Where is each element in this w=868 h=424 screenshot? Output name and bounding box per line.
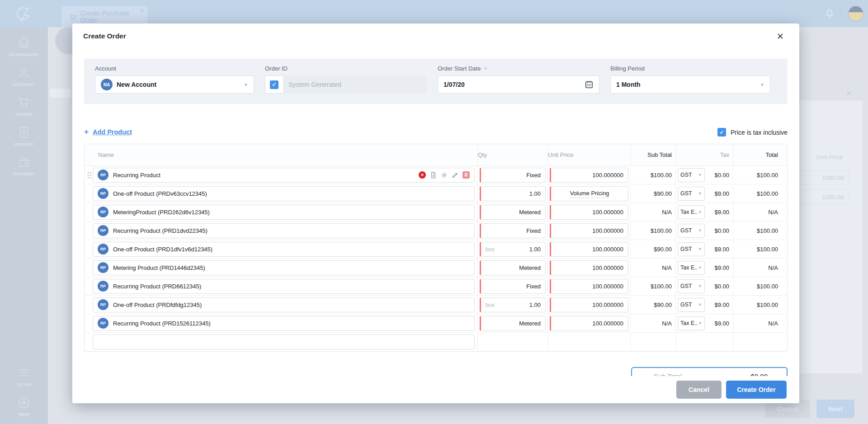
tax-select[interactable]: GST ▼ (678, 168, 705, 182)
unit-price-input[interactable]: 100.000000 (550, 279, 628, 294)
background-unit-price-label: Unit Price (816, 154, 843, 160)
product-name-field[interactable] (93, 334, 475, 349)
notifications-bell-icon (824, 8, 835, 19)
billing-period-select[interactable]: 1 Month ▼ (610, 75, 770, 94)
product-name-field[interactable]: RP One-off Product (PRDfdfdg12345) (93, 297, 475, 312)
cart-icon (69, 13, 76, 21)
order-start-date-input[interactable]: 1/07/20 (438, 75, 599, 94)
billing-period-value: 1 Month (616, 81, 641, 88)
col-header-qty: Qty (477, 144, 547, 166)
product-name: MeteringProduct (PRD262d6v12345) (113, 209, 210, 216)
document-icon[interactable] (430, 172, 437, 179)
modal-close-icon[interactable]: ✕ (772, 31, 788, 42)
sidebar-label: PAYMENT (13, 171, 35, 176)
qty-input[interactable]: Metered (480, 316, 546, 331)
background-unit-price-field: 1000.00 (800, 190, 849, 205)
product-name-field[interactable]: RP Recurring Product (PRD1526112345) (93, 316, 475, 331)
background-panel (797, 100, 863, 373)
tax-select[interactable]: GST ▼ (678, 298, 705, 312)
drag-handle-icon[interactable] (87, 171, 92, 181)
col-header-name: Name (85, 151, 477, 158)
recurring-badge: R (462, 171, 470, 179)
product-avatar: RP (98, 318, 108, 329)
product-name: One-off Product (PRD1dfv1v6d12345) (113, 246, 212, 253)
chevron-down-icon: ▼ (698, 173, 702, 177)
invoice-icon (16, 125, 32, 140)
total-cell: $100.00 (733, 184, 787, 203)
app-logo-icon (14, 5, 33, 24)
chevron-down-icon: ▼ (698, 321, 702, 325)
background-close-icon: ✕ (845, 89, 852, 99)
tax-select[interactable]: GST ▼ (678, 187, 705, 201)
unit-price-input[interactable]: 100.000000 (550, 260, 628, 275)
add-product-link[interactable]: + Add Product (84, 127, 132, 137)
modal-footer: Cancel Create Order (72, 376, 799, 403)
background-unit-price-field: 1000.00 (800, 170, 849, 185)
product-avatar: RP (98, 188, 108, 199)
qty-input[interactable]: Fixed (480, 279, 546, 294)
unit-price-input[interactable]: 100.000000 (550, 168, 628, 183)
sidebar-item-payment: PAYMENT (0, 146, 48, 176)
tax-select[interactable]: GST ▼ (678, 279, 705, 293)
product-table-row: RP One-off Product (PRD1dfv1v6d12345) bo… (85, 240, 787, 259)
unit-price-input[interactable]: 100.000000 (550, 316, 628, 331)
calendar-icon[interactable] (585, 80, 594, 89)
product-table-row: ▼ (85, 333, 787, 351)
edit-pencil-icon[interactable] (452, 172, 458, 179)
unit-price-input[interactable]: Volume Pricing (550, 186, 628, 201)
tax-select[interactable]: Tax E.. ▼ (678, 205, 705, 219)
sidebar-label: ACCOUNT (13, 82, 35, 87)
sub-total-cell: $90.00 (630, 296, 675, 314)
wallet-icon (16, 155, 32, 170)
product-avatar: RP (98, 207, 108, 217)
product-name-field[interactable]: RP Recurring Product (PRD1dvd22345) (93, 223, 475, 238)
tax-amount: $0.00 (714, 172, 733, 179)
tax-select[interactable]: Tax E.. ▼ (678, 316, 705, 330)
account-label: Account (95, 65, 254, 72)
tax-amount: $9.00 (714, 264, 733, 271)
plus-icon: + (84, 127, 89, 137)
qty-input[interactable]: box 1.00 (480, 297, 546, 312)
price-tax-inclusive-checkbox[interactable] (717, 128, 726, 137)
product-name-field[interactable]: RP Recurring Product (PRD6612345) (93, 279, 475, 294)
qty-input[interactable]: Fixed (480, 168, 546, 183)
product-name-field[interactable]: RP One-off Product (PRDv63ccv12345) (93, 186, 475, 201)
col-header-sub-total: Sub Total (630, 144, 675, 166)
account-select[interactable]: NA New Account ▼ (95, 75, 254, 94)
qty-input[interactable]: box 1.00 (480, 242, 546, 257)
qty-input[interactable]: Metered (480, 260, 546, 275)
create-order-button[interactable]: Create Order (726, 381, 787, 399)
tax-amount: $9.00 (714, 302, 733, 308)
delete-product-icon[interactable]: ✕ (419, 171, 426, 179)
qty-input[interactable]: Fixed (480, 223, 546, 238)
total-cell: N/A (733, 203, 787, 221)
gear-icon[interactable] (441, 172, 448, 179)
product-name-field[interactable]: RP One-off Product (PRD1dfv1v6d12345) (93, 242, 475, 257)
qty-input[interactable]: 1.00 (480, 186, 546, 201)
chevron-down-icon: ▼ (698, 247, 702, 251)
product-name-field[interactable]: RP Recurring Product ✕ R (93, 168, 475, 183)
order-start-date-value: 1/07/20 (443, 81, 465, 88)
product-table-row: RP Metering Product (PRD1446d2345) Meter… (85, 259, 787, 277)
cancel-button[interactable]: Cancel (676, 381, 722, 399)
system-generated-checkbox[interactable] (270, 80, 278, 89)
cart-icon (16, 95, 32, 110)
chevron-down-icon: ▼ (760, 82, 764, 87)
total-cell: $100.00 (733, 240, 787, 258)
product-avatar: RP (98, 244, 108, 254)
product-name-field[interactable]: RP Metering Product (PRD1446d2345) (93, 260, 475, 275)
chevron-down-icon: ▼ (698, 265, 702, 270)
product-name-field[interactable]: RP MeteringProduct (PRD262d6v12345) (93, 205, 475, 220)
tax-select[interactable]: GST ▼ (678, 224, 705, 238)
unit-price-input[interactable]: 100.000000 (550, 297, 628, 312)
unit-price-input[interactable]: 100.000000 (550, 205, 628, 220)
todo-list-icon (16, 365, 32, 381)
sidebar-label: NEW (19, 412, 29, 417)
unit-price-input[interactable]: 100.000000 (550, 242, 628, 257)
tax-select[interactable]: GST ▼ (678, 242, 705, 256)
tax-select[interactable]: Tax E.. ▼ (678, 261, 705, 275)
product-table: Name Qty Unit Price Sub Total Tax Total … (84, 144, 788, 352)
qty-input[interactable]: Metered (480, 205, 546, 220)
unit-price-input[interactable]: 100.000000 (550, 223, 628, 238)
product-table-header: Name Qty Unit Price Sub Total Tax Total (85, 144, 787, 166)
